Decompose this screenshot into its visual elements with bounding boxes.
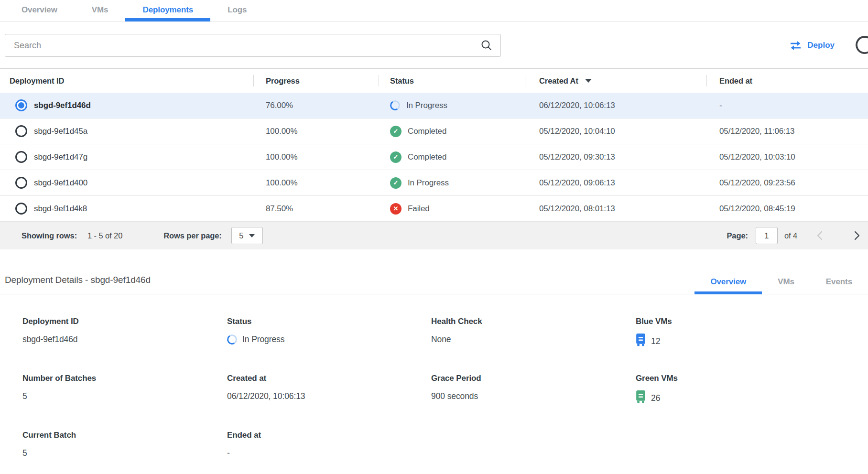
field-green-vms: Green VMs 26: [636, 374, 868, 406]
details-tab-bar: Overview VMs Events: [694, 277, 868, 294]
row-radio[interactable]: [15, 203, 27, 215]
search-input[interactable]: [14, 41, 480, 51]
deployment-id: sbgd-9ef1d400: [34, 178, 87, 188]
tab-logs[interactable]: Logs: [210, 5, 264, 21]
row-radio[interactable]: [15, 125, 27, 137]
table-row[interactable]: sbgd-9ef1d400 100.00% In Progress 05/12/…: [0, 170, 868, 196]
created-at-value: 05/12/2020, 10:04:10: [525, 127, 706, 136]
rows-per-page-select[interactable]: 5: [231, 227, 263, 244]
field-value: 5: [22, 390, 227, 402]
deployment-id: sbgd-9ef1d47g: [34, 152, 87, 162]
col-header-created-at[interactable]: Created At: [525, 69, 706, 93]
field-number-of-batches: Number of Batches 5: [22, 374, 227, 406]
field-blue-vms: Blue VMs 12: [636, 317, 868, 349]
showing-rows-value: 1 - 5 of 20: [87, 231, 122, 240]
tab-deployments[interactable]: Deployments: [125, 5, 210, 21]
created-at-value: 06/12/2020, 10:06:13: [525, 101, 706, 110]
field-label: Number of Batches: [22, 374, 227, 383]
status-text: Completed: [408, 127, 446, 136]
field-value: In Progress: [242, 334, 284, 345]
status-in-progress-icon: [389, 99, 401, 111]
swap-arrows-icon: [789, 41, 802, 51]
table-header-row: Deployment ID Progress Status Created At…: [0, 68, 868, 93]
field-value: 06/12/2020, 10:06:13: [227, 390, 431, 402]
status-text: Completed: [408, 152, 446, 162]
rows-per-page-label: Rows per page:: [163, 231, 221, 240]
status-failed-icon: [390, 203, 401, 215]
toolbar: Deploy: [0, 34, 868, 57]
table-row[interactable]: sbgd-9ef1d47g 100.00% Completed 05/12/20…: [0, 144, 868, 170]
main-tab-bar: Overview VMs Deployments Logs: [0, 0, 868, 22]
field-grace-period: Grace Period 900 seconds: [431, 374, 636, 406]
details-header: Deployment Details - sbgd-9ef1d46d Overv…: [0, 275, 868, 294]
field-label: Created at: [227, 374, 431, 383]
deployments-table: Deployment ID Progress Status Created At…: [0, 68, 868, 249]
col-header-status[interactable]: Status: [379, 69, 525, 93]
details-tab-overview[interactable]: Overview: [694, 277, 762, 294]
progress-value: 100.00%: [253, 178, 379, 188]
tab-overview[interactable]: Overview: [4, 5, 75, 21]
field-value: 26: [651, 393, 660, 403]
field-value: 900 seconds: [431, 390, 636, 402]
col-header-progress[interactable]: Progress: [253, 69, 379, 93]
field-value: None: [431, 334, 636, 345]
blue-vm-icon: [636, 334, 646, 349]
page-label: Page:: [727, 231, 748, 240]
deployment-id: sbgd-9ef1d4k8: [34, 204, 87, 214]
col-header-deployment-id[interactable]: Deployment ID: [0, 69, 253, 93]
status-text: In Progress: [406, 101, 447, 110]
status-completed-icon: [390, 126, 401, 137]
ended-at-value: -: [706, 101, 868, 110]
table-row[interactable]: sbgd-9ef1d45a 100.00% Completed 05/12/20…: [0, 118, 868, 144]
details-tab-vms[interactable]: VMs: [762, 277, 810, 294]
sort-desc-icon: [585, 79, 592, 83]
field-status: Status In Progress: [227, 317, 431, 349]
status-text: In Progress: [408, 178, 449, 188]
page-number-input[interactable]: [756, 227, 778, 244]
status-text: Failed: [408, 204, 430, 214]
field-label: Grace Period: [431, 374, 636, 383]
spinner-icon: [226, 334, 238, 345]
next-page-button[interactable]: [852, 230, 861, 241]
deploy-button[interactable]: Deploy: [789, 41, 835, 51]
field-deployment-id: Deployment ID sbgd-9ef1d46d: [22, 317, 227, 349]
row-radio[interactable]: [15, 99, 27, 111]
status-completed-icon: [390, 151, 401, 163]
field-value: sbgd-9ef1d46d: [22, 334, 227, 345]
tab-vms[interactable]: VMs: [75, 5, 126, 21]
search-box[interactable]: [5, 34, 501, 57]
created-at-value: 05/12/2020, 09:30:13: [525, 152, 706, 162]
refresh-icon[interactable]: [854, 34, 868, 56]
field-value: -: [227, 447, 431, 459]
table-row[interactable]: sbgd-9ef1d4k8 87.50% Failed 05/12/2020, …: [0, 196, 868, 222]
progress-value: 100.00%: [253, 127, 379, 136]
field-label: Status: [227, 317, 431, 326]
row-radio[interactable]: [15, 151, 27, 163]
chevron-right-icon: [852, 230, 861, 241]
created-at-value: 05/12/2020, 08:01:13: [525, 204, 706, 214]
field-label: Green VMs: [636, 374, 868, 383]
progress-value: 100.00%: [253, 152, 379, 162]
progress-value: 76.00%: [253, 101, 379, 110]
details-tab-events[interactable]: Events: [810, 277, 868, 294]
previous-page-button[interactable]: [815, 230, 825, 241]
deployment-id: sbgd-9ef1d46d: [34, 101, 91, 110]
chevron-left-icon: [815, 230, 825, 241]
ended-at-value: 05/12/2020, 09:23:56: [706, 178, 868, 188]
field-label: Health Check: [431, 317, 636, 326]
search-icon: [480, 39, 493, 52]
page-total: of 4: [784, 231, 797, 240]
details-title: Deployment Details - sbgd-9ef1d46d: [5, 275, 151, 294]
status-completed-icon: [390, 177, 401, 189]
field-label: Blue VMs: [636, 317, 868, 326]
created-at-value: 05/12/2020, 09:06:13: [525, 178, 706, 188]
field-current-batch: Current Batch 5: [22, 431, 227, 459]
col-header-ended-at[interactable]: Ended at: [706, 69, 868, 93]
row-radio[interactable]: [15, 177, 27, 189]
field-health-check: Health Check None: [431, 317, 636, 349]
ended-at-value: 05/12/2020, 11:06:13: [706, 127, 868, 136]
table-row[interactable]: sbgd-9ef1d46d 76.00% In Progress 06/12/2…: [0, 93, 868, 118]
chevron-down-icon: [249, 234, 255, 237]
table-footer: Showing rows: 1 - 5 of 20 Rows per page:…: [0, 222, 868, 249]
field-ended-at: Ended at -: [227, 431, 431, 459]
